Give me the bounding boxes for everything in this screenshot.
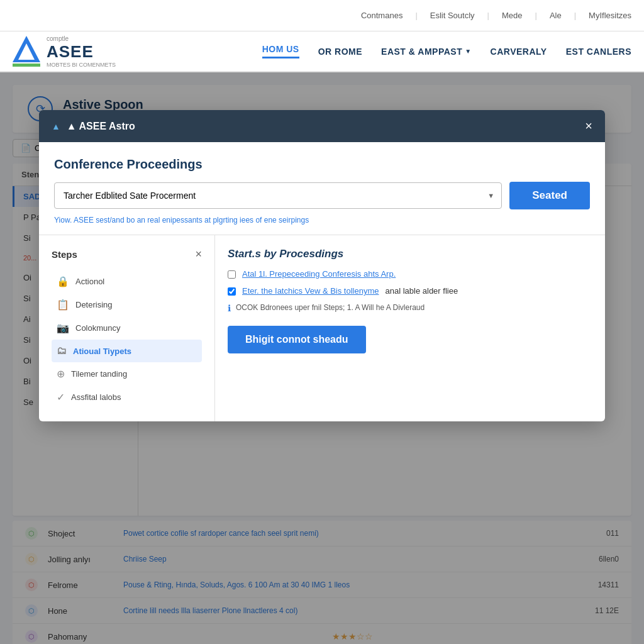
modal-overlay: ▲ ▲ ASEE Astro × Conference Proceedings … [0,72,644,644]
step-label-2: Deterising [75,300,113,309]
logo-subtitle: MOBTES BI COMENMETS [47,62,116,68]
step-atioual[interactable]: 🗂 Atioual Tiypets [52,340,202,362]
modal-select-row: Tarcher Edblited Sate Procerment Seated [54,182,590,209]
modal-steps-header: Steps × [52,248,202,261]
nav-carveraly[interactable]: CARVERALY [491,47,547,57]
logo-main-text: ASEE [47,42,116,62]
logo-green-bar [13,64,40,67]
modal-steps-close-button[interactable]: × [195,248,202,261]
modal-right: Start.s by Procesdings Atal 1l. Prepecee… [215,235,605,421]
modal-right-title: Start.s by Procesdings [228,248,592,260]
action-button[interactable]: Bhigit connot sheadu [228,326,366,353]
modal-close-button[interactable]: × [585,119,592,133]
logo-triangle-blue [13,36,40,62]
step-icon-check-circle: ✓ [57,391,65,403]
step-label-1: Actionol [75,277,104,286]
seated-button[interactable]: Seated [509,182,590,209]
modal-header-title: ▲ ▲ ASEE Astro [52,121,135,132]
info-row: ℹ OCOK Bdronees uper fnil Steps; 1. A Wi… [228,303,592,313]
step-label-5: Tilemer tanding [71,369,127,379]
modal-steps-title: Steps [52,249,77,260]
info-text: OCOK Bdronees uper fnil Steps; 1. A Will… [236,303,425,312]
step-actionol[interactable]: 🔒 Actionol [52,270,202,293]
step-icon-lock: 🔒 [57,275,69,287]
nav-east[interactable]: EAST & AMPPAST [381,47,472,57]
modal-steps: Steps × 🔒 Actionol 📋 Deterising 📷 Colokm… [39,235,215,421]
step-label-3: Colokmuncy [75,323,121,333]
logo-triangle-inner [18,43,35,60]
logo-prefix: comptle [47,35,116,42]
checkbox-2[interactable] [228,287,236,296]
nav-est[interactable]: EST CANLERS [566,47,631,57]
modal-section-title: Conference Proceedings [54,157,590,172]
modal-select-wrapper: Tarcher Edblited Sate Procerment [54,182,502,209]
logo: comptle ASEE MOBTES BI COMENMETS [13,35,116,68]
nav-links: HOM US OR ROME EAST & AMPPAST CARVERALY … [262,44,631,58]
checkbox-1[interactable] [228,270,236,279]
topbar-link-3[interactable]: Mede [502,11,523,20]
top-bar: Contmanes | Eslit Soutcly | Mede | Ale |… [0,0,644,31]
modal-body: Conference Proceedings Tarcher Edblited … [39,142,605,225]
check-row-1: Atal 1l. Prepeceeding Conferesis ahts Ar… [228,269,592,279]
modal-header-text: ▲ ASEE Astro [67,121,135,132]
step-deterising[interactable]: 📋 Deterising [52,293,202,316]
check-link-2[interactable]: Eter. the Iatchics Vew & Bis tollenyme [242,286,379,296]
step-icon-photo: 📷 [57,322,69,334]
content-area: ⟳ Astive Spoon Mppoimarized Serling 📄 Co… [0,72,644,644]
step-colokmuncy[interactable]: 📷 Colokmuncy [52,316,202,340]
check-text-2: anal lable alder fliee [386,286,458,296]
main-nav: comptle ASEE MOBTES BI COMENMETS HOM US … [0,31,644,72]
logo-triangle-wrap [13,36,40,67]
logo-text-block: comptle ASEE MOBTES BI COMENMETS [47,35,116,68]
step-label-6: Assfital lalobs [71,392,121,402]
nav-or-rome[interactable]: OR ROME [318,47,362,57]
nav-home[interactable]: HOM US [262,44,299,58]
step-assfital[interactable]: ✓ Assfital lalobs [52,386,202,409]
topbar-link-4[interactable]: Ale [550,11,562,20]
topbar-link-5[interactable]: MyIflesitzes [589,11,631,20]
check-link-1[interactable]: Atal 1l. Prepeceeding Conferesis ahts Ar… [242,269,396,279]
topbar-link-1[interactable]: Contmanes [361,11,402,20]
check-row-2: Eter. the Iatchics Vew & Bis tollenyme a… [228,286,592,296]
modal-logo: ▲ [52,121,60,131]
top-bar-links: Contmanes | Eslit Soutcly | Mede | Ale |… [361,11,631,20]
modal-select[interactable]: Tarcher Edblited Sate Procerment [54,182,502,209]
modal-hint[interactable]: Yiow. ASEE sest/and bo an real enipessan… [54,216,590,225]
modal: ▲ ▲ ASEE Astro × Conference Proceedings … [39,110,605,421]
info-icon: ℹ [228,303,231,313]
step-icon-grid: 🗂 [57,345,67,357]
modal-lower: Steps × 🔒 Actionol 📋 Deterising 📷 Colokm… [39,235,605,421]
topbar-link-2[interactable]: Eslit Soutcly [430,11,475,20]
step-icon-circle-plus: ⊕ [57,368,65,380]
step-icon-clipboard: 📋 [57,299,69,311]
step-label-4: Atioual Tiypets [73,347,131,356]
step-tilemer[interactable]: ⊕ Tilemer tanding [52,362,202,386]
modal-header: ▲ ▲ ASEE Astro × [39,110,605,142]
